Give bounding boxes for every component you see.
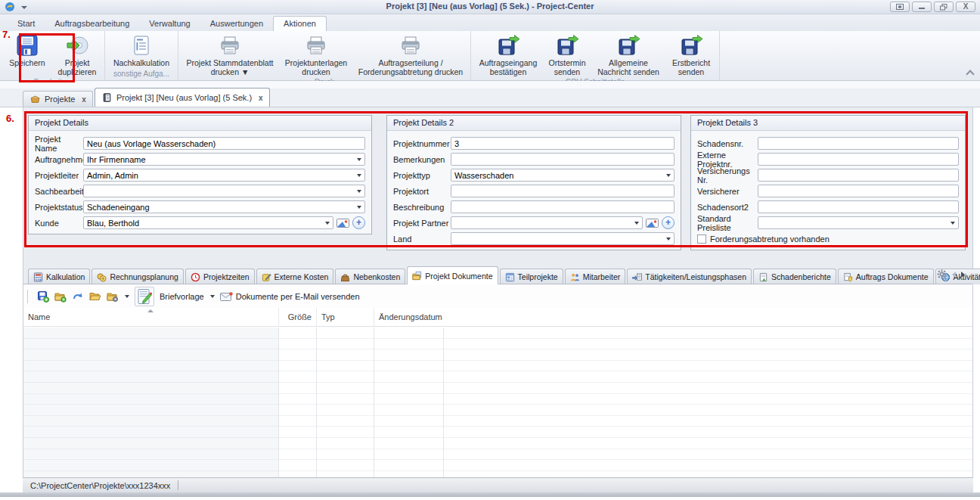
tab-mitarbeiter[interactable]: Mitarbeiter bbox=[565, 269, 626, 284]
tab-kalkulation[interactable]: Kalkulation bbox=[28, 269, 90, 284]
tab-auftrags-dokumente[interactable]: Auftrags Dokumente bbox=[838, 269, 934, 284]
ribbon-tab-verwaltung[interactable]: Verwaltung bbox=[139, 17, 200, 31]
chevron-down-icon bbox=[666, 238, 671, 241]
beschreibung-input[interactable] bbox=[451, 200, 675, 213]
ribbon-group-gdv: Auftragseingang bestätigen Ortstermin se… bbox=[471, 31, 720, 80]
projektnummer-input[interactable] bbox=[451, 137, 675, 150]
tab-projektzeiten[interactable]: Projektzeiten bbox=[185, 269, 255, 284]
documents-table-header: Name Größe Typ Änderungsdatum bbox=[23, 308, 972, 327]
calculator-icon bbox=[33, 272, 43, 282]
kunde-combo[interactable]: Blau, Berthold bbox=[83, 216, 333, 229]
projekt-duplizieren-button[interactable]: Projekt duplizieren bbox=[52, 33, 102, 77]
save-document-icon[interactable] bbox=[37, 290, 49, 303]
externe-projektnr-input[interactable] bbox=[758, 153, 959, 166]
projekt-partner-combo[interactable] bbox=[451, 216, 643, 229]
projektleiter-combo[interactable]: Admin, Admin bbox=[83, 169, 365, 182]
add-kunde-button[interactable]: + bbox=[352, 216, 365, 229]
close-tab-icon[interactable]: x bbox=[259, 94, 263, 102]
column-header-aenderungsdatum[interactable]: Änderungsdatum bbox=[374, 308, 443, 326]
projektort-input[interactable] bbox=[451, 185, 675, 197]
land-combo[interactable] bbox=[451, 232, 675, 245]
field-row: Beschreibung bbox=[393, 199, 675, 215]
minimize-button[interactable] bbox=[912, 2, 932, 12]
field-row: Projekt Partner + bbox=[393, 215, 675, 231]
open-folder-icon[interactable] bbox=[89, 290, 101, 303]
projektunterlagen-drucken-button[interactable]: Projektunterlagen drucken bbox=[279, 33, 353, 77]
tab-rechnungsplanung[interactable]: Rechnungsplanung bbox=[91, 269, 184, 284]
projekt-dokumente-page: Briefvorlage Dokumente per E-Mail versen… bbox=[23, 284, 972, 477]
checkin-folder-icon[interactable] bbox=[54, 290, 67, 303]
projektstatus-combo[interactable]: Schadeneingang bbox=[83, 200, 365, 213]
email-versenden-button[interactable]: Dokumente per E-Mail versenden bbox=[220, 291, 360, 302]
add-partner-button[interactable]: + bbox=[662, 216, 675, 229]
section-title: Projekt Details 2 bbox=[387, 116, 681, 131]
tab-schadenberichte[interactable]: Schadenberichte bbox=[753, 269, 836, 284]
forderungsabtretung-checkbox[interactable] bbox=[697, 234, 706, 244]
tab-teilprojekte[interactable]: Teilprojekte bbox=[500, 269, 563, 284]
auftragseingang-bestaetigen-button[interactable]: Auftragseingang bestätigen bbox=[473, 33, 543, 77]
nachkalkulation-button[interactable]: Nachkalkulation bbox=[107, 33, 175, 67]
schadensort2-input[interactable] bbox=[758, 200, 959, 213]
section-projekt-details: Projekt Details Projekt Name Auftragnehm… bbox=[28, 115, 372, 234]
versicherungs-nr-input[interactable] bbox=[758, 169, 959, 182]
tab-scroll-right-icon[interactable] bbox=[961, 272, 965, 278]
tab-scroll-left-icon[interactable] bbox=[952, 272, 956, 278]
folder-options-button[interactable] bbox=[107, 290, 129, 303]
doc-tab-projekte[interactable]: Projekte x bbox=[23, 91, 93, 107]
subprojects-icon bbox=[505, 272, 515, 282]
column-header-typ[interactable]: Typ bbox=[316, 308, 374, 326]
undo-arrow-icon[interactable] bbox=[72, 290, 84, 303]
versicherer-input[interactable] bbox=[758, 185, 959, 197]
auftragnehmer-combo[interactable]: Ihr Firmenname bbox=[83, 153, 365, 166]
projekttyp-combo[interactable]: Wasserschaden bbox=[451, 169, 675, 182]
field-row: Projektleiter Admin, Admin bbox=[35, 167, 365, 183]
section-title: Projekt Details 3 bbox=[691, 116, 965, 131]
erstbericht-senden-button[interactable]: Erstbericht senden bbox=[665, 33, 717, 77]
tab-externe-kosten[interactable]: Externe Kosten bbox=[256, 269, 334, 284]
ribbon: Speichern Projekt duplizieren Bearbeiten… bbox=[0, 31, 980, 81]
statusbar: C:\ProjectCenter\Projekte\xxx1234xxx bbox=[23, 477, 973, 492]
envelope-icon bbox=[220, 291, 233, 302]
sorted-name-column bbox=[23, 328, 278, 477]
tab-settings-gear-icon[interactable] bbox=[937, 269, 947, 279]
floppy-send-icon bbox=[496, 33, 520, 57]
close-tab-icon[interactable]: x bbox=[82, 95, 86, 104]
sachbearbeiter-combo[interactable] bbox=[83, 185, 365, 197]
column-header-name[interactable]: Name bbox=[23, 308, 278, 326]
field-row: Versicherer bbox=[697, 183, 959, 199]
calculation-sheet-icon bbox=[129, 33, 154, 57]
contact-card-icon[interactable] bbox=[336, 218, 349, 228]
restore-button[interactable] bbox=[934, 2, 954, 12]
auftragserteilung-drucken-button[interactable]: Auftragserteilung / Forderungsabtretung … bbox=[353, 33, 468, 77]
projekt-name-input[interactable] bbox=[83, 137, 365, 150]
bemerkungen-input[interactable] bbox=[451, 153, 675, 166]
documents-table-body[interactable] bbox=[23, 328, 972, 477]
doc-tab-projekt-detail[interactable]: Projekt [3] [Neu (aus Vorlag] (5 Sek.) x bbox=[95, 88, 270, 107]
ribbon-tab-aktionen[interactable]: Aktionen bbox=[273, 16, 327, 31]
tab-projekt-dokumente[interactable]: Projekt Dokumente bbox=[407, 266, 498, 284]
ortstermin-senden-button[interactable]: Ortstermin senden bbox=[543, 33, 591, 77]
field-row: Schadensnr. bbox=[697, 135, 959, 151]
standard-preisliste-combo[interactable] bbox=[758, 216, 959, 229]
ribbon-tab-start[interactable]: Start bbox=[8, 17, 45, 31]
tab-nebenkosten[interactable]: Nebenkosten bbox=[335, 269, 405, 284]
contact-card-icon[interactable] bbox=[646, 218, 659, 228]
schadensnr-input[interactable] bbox=[758, 137, 959, 150]
tab-taetigkeiten[interactable]: Tätigkeiten/Leistungsphasen bbox=[627, 269, 752, 284]
ribbon-tab-auswertungen[interactable]: Auswertungen bbox=[200, 17, 273, 31]
allgemeine-nachricht-senden-button[interactable]: Allgemeine Nachricht senden bbox=[591, 33, 665, 77]
fullscreen-button[interactable] bbox=[890, 2, 910, 12]
toolbar-grip[interactable] bbox=[27, 290, 29, 303]
ribbon-tab-auftragsbearbeitung[interactable]: Auftragsbearbeitung bbox=[45, 17, 139, 31]
column-header-groesse[interactable]: Größe bbox=[278, 308, 316, 326]
close-button[interactable]: X bbox=[956, 2, 975, 12]
field-row: Kunde Blau, Berthold + bbox=[35, 215, 365, 231]
field-row: Land bbox=[393, 231, 675, 247]
collapse-ribbon-icon[interactable] bbox=[966, 70, 974, 76]
field-row: Standard Preisliste bbox=[697, 215, 959, 231]
briefvorlage-button[interactable]: Briefvorlage bbox=[160, 292, 215, 301]
stammdatenblatt-drucken-button[interactable]: Projekt Stammdatenblatt drucken ▼ bbox=[181, 33, 279, 77]
chevron-down-icon bbox=[951, 222, 955, 225]
projects-basket-icon bbox=[29, 94, 41, 104]
field-row: Projektort bbox=[393, 183, 675, 199]
